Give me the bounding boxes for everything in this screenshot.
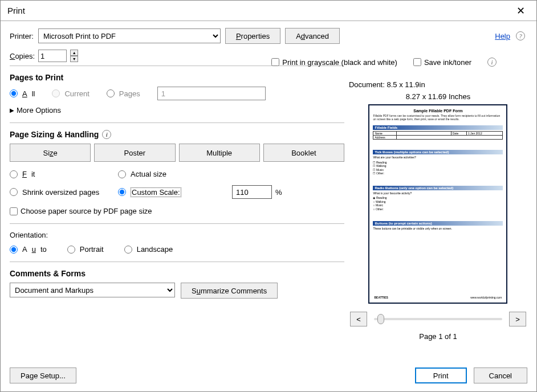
poster-tab[interactable]: Poster — [94, 144, 175, 162]
prev-page-button[interactable]: < — [350, 312, 367, 326]
properties-button[interactable]: Properties — [225, 28, 280, 44]
pages-range-radio[interactable] — [107, 89, 115, 97]
more-options-toggle[interactable]: ▶ More Options — [10, 106, 344, 115]
preview-dims: 8.27 x 11.69 Inches — [349, 92, 527, 101]
help-icon[interactable]: ? — [516, 31, 525, 40]
orientation-portrait-radio[interactable] — [67, 246, 75, 254]
summarize-comments-button[interactable]: Summarize Comments — [181, 283, 278, 299]
grayscale-checkbox[interactable] — [271, 58, 279, 66]
booklet-tab[interactable]: Booklet — [263, 144, 344, 162]
advanced-button[interactable]: Advanced — [285, 28, 340, 44]
print-button[interactable]: Print — [415, 368, 467, 383]
grayscale-label: Print in grayscale (black and white) — [282, 58, 397, 67]
save-ink-checkbox[interactable] — [413, 58, 421, 66]
choose-paper-checkbox[interactable] — [10, 207, 18, 215]
save-ink-label: Save ink/toner — [424, 58, 471, 67]
actual-size-radio[interactable] — [118, 170, 126, 178]
multiple-tab[interactable]: Multiple — [179, 144, 260, 162]
copies-input[interactable] — [38, 50, 67, 62]
copies-up-button[interactable]: ▲ — [70, 50, 78, 56]
printer-label: Printer: — [10, 32, 34, 40]
info-icon[interactable]: i — [102, 130, 111, 139]
pages-range-input[interactable] — [157, 87, 266, 100]
pages-to-print-title: Pages to Print — [10, 73, 344, 82]
orientation-auto-radio[interactable] — [10, 246, 18, 254]
page-indicator: Page 1 of 1 — [349, 332, 527, 341]
custom-scale-input[interactable] — [232, 185, 272, 199]
comments-title: Comments & Forms — [10, 269, 344, 278]
close-icon[interactable]: ✕ — [512, 2, 530, 19]
orientation-title: Orientation: — [10, 231, 344, 239]
pages-all-radio[interactable] — [10, 89, 18, 97]
choose-paper-label: Choose paper source by PDF page size — [21, 207, 152, 215]
info-icon[interactable]: i — [487, 58, 497, 67]
copies-down-button[interactable]: ▼ — [70, 56, 78, 62]
fit-radio[interactable] — [10, 170, 18, 178]
sizing-title: Page Sizing & Handling — [10, 130, 99, 139]
zoom-slider[interactable] — [374, 318, 502, 320]
chevron-right-icon: ▶ — [10, 107, 14, 113]
window-title: Print — [7, 6, 25, 15]
size-tab[interactable]: Size — [10, 144, 91, 162]
shrink-radio[interactable] — [10, 188, 18, 196]
next-page-button[interactable]: > — [509, 312, 526, 326]
custom-scale-radio[interactable] — [118, 188, 126, 196]
page-setup-button[interactable]: Page Setup... — [10, 368, 76, 383]
orientation-landscape-radio[interactable] — [124, 246, 132, 254]
help-link[interactable]: Help — [495, 32, 510, 40]
percent-label: % — [275, 188, 282, 197]
document-dims: Document: 8.5 x 11.9in — [349, 80, 527, 89]
comments-select[interactable]: Document and Markups — [10, 283, 175, 297]
copies-label: Copies: — [10, 52, 35, 60]
page-preview: Sample Fillable PDF Form Fillable PDF fo… — [368, 104, 507, 304]
pages-current-radio[interactable] — [52, 89, 60, 97]
cancel-button[interactable]: Cancel — [474, 368, 527, 383]
printer-select[interactable]: Microsoft Print to PDF — [38, 28, 221, 43]
